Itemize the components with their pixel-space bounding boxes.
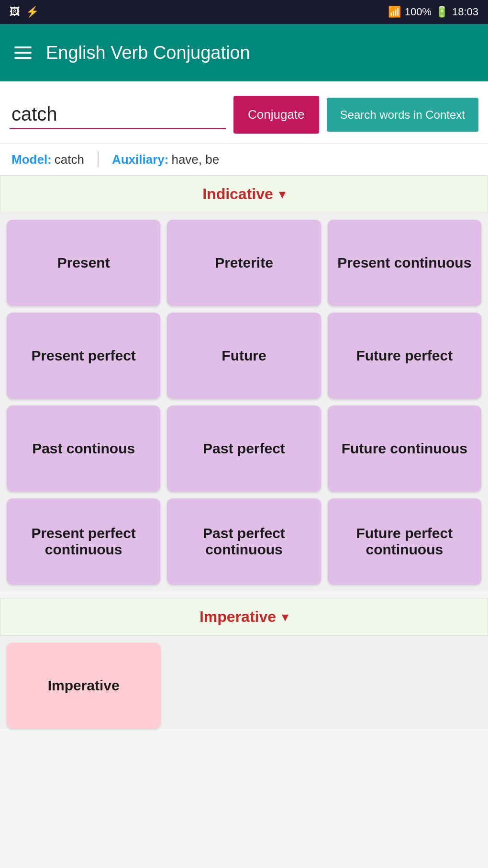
battery-percentage: 100% [405,6,432,18]
auxiliary-value: have, be [171,152,219,167]
image-icon: 🖼 [10,6,20,18]
search-input-wrap [10,101,226,129]
model-value: catch [55,152,84,167]
clock: 18:03 [452,6,478,18]
conjugation-grid: Present Preterite Present continuous Pre… [0,213,488,591]
status-left-icons: 🖼 ⚡ [10,6,39,18]
cell-present[interactable]: Present [7,220,160,306]
imperative-title: Imperative [200,608,276,626]
status-bar: 🖼 ⚡ 📶 100% 🔋 18:03 [0,0,488,24]
indicative-title: Indicative [202,185,273,203]
search-words-context-button[interactable]: Search words in Context [327,98,478,132]
app-title: English Verb Conjugation [46,43,250,63]
cell-future[interactable]: Future [167,313,321,399]
vertical-divider [98,151,99,168]
model-aux-row: Model: catch Auxiliary: have, be [0,143,488,175]
indicative-section-header[interactable]: Indicative ▾ [0,175,488,213]
search-area: Conjugate Search words in Context [0,81,488,143]
cell-past-perfect-continuous[interactable]: Past perfect continuous [167,498,321,585]
verb-input[interactable] [10,101,226,129]
indicative-chevron-icon: ▾ [279,186,286,202]
cell-future-continuous[interactable]: Future continuous [328,406,481,492]
hamburger-line1 [14,46,32,48]
battery-icon: 🔋 [435,6,448,18]
hamburger-line2 [14,52,32,54]
conjugate-button[interactable]: Conjugate [233,96,319,134]
cell-past-continous[interactable]: Past continous [7,406,160,492]
cell-present-perfect-continuous[interactable]: Present perfect continuous [7,498,160,585]
cell-future-perfect-continuous[interactable]: Future perfect continuous [328,498,481,585]
cell-imperative[interactable]: Imperative [7,643,160,729]
hamburger-line3 [14,57,32,59]
auxiliary-label: Auxiliary: [112,152,169,167]
cell-past-perfect[interactable]: Past perfect [167,406,321,492]
imperative-section-header[interactable]: Imperative ▾ [0,598,488,636]
hamburger-menu[interactable] [14,46,32,59]
cell-present-continuous[interactable]: Present continuous [328,220,481,306]
cell-future-perfect[interactable]: Future perfect [328,313,481,399]
imperative-grid: Imperative [0,636,488,729]
imperative-chevron-icon: ▾ [282,609,288,625]
app-header: English Verb Conjugation [0,24,488,81]
status-right-info: 📶 100% 🔋 18:03 [388,6,478,18]
cell-present-perfect[interactable]: Present perfect [7,313,160,399]
cell-preterite[interactable]: Preterite [167,220,321,306]
model-label: Model: [11,152,52,167]
bolt-icon: ⚡ [26,6,39,18]
signal-icon: 📶 [388,6,401,18]
